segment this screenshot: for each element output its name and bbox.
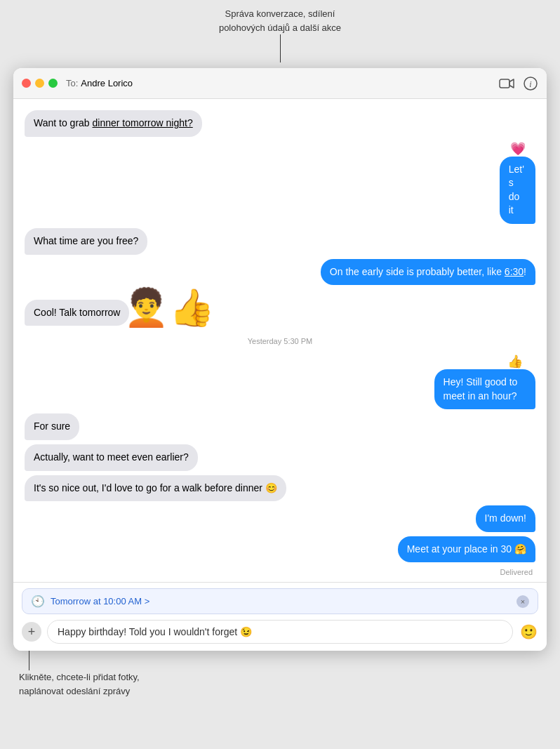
svg-text:i: i bbox=[529, 79, 531, 88]
sticker-wrapper-5: Cool! Talk tomorrow 🧑‍🦱👍 bbox=[25, 289, 215, 326]
message-row-9: It's so nice out, I'd love to go for a w… bbox=[25, 475, 535, 502]
message-row-5: Cool! Talk tomorrow 🧑‍🦱👍 bbox=[25, 289, 535, 326]
message-row-3: What time are you free? bbox=[25, 228, 535, 255]
titlebar-actions: i bbox=[499, 76, 538, 91]
bubble-9: It's so nice out, I'd love to go for a w… bbox=[25, 475, 286, 502]
message-row-6: 👍 Hey! Still good to meet in an hour? bbox=[25, 354, 535, 409]
timestamp-divider: Yesterday 5:30 PM bbox=[25, 337, 535, 345]
svg-rect-0 bbox=[500, 79, 509, 88]
message-input[interactable] bbox=[47, 620, 513, 644]
titlebar: To: Andre Lorico i bbox=[13, 68, 547, 99]
bubble-3: What time are you free? bbox=[25, 228, 147, 255]
bubble-4: On the early side is probably better, li… bbox=[321, 259, 535, 286]
info-button[interactable]: i bbox=[523, 76, 538, 91]
bubble-8: Actually, want to meet even earlier? bbox=[25, 444, 198, 471]
message-row-11: Meet at your place in 30 🤗 bbox=[25, 536, 535, 563]
add-button[interactable]: + bbox=[22, 622, 41, 642]
scheduled-close-button[interactable]: × bbox=[516, 595, 529, 608]
bubble-2: Let's do it bbox=[500, 157, 535, 224]
maximize-button[interactable] bbox=[48, 79, 58, 88]
reaction-wrapper-2: 💗 Let's do it bbox=[476, 141, 536, 224]
memoji-sticker: 🧑‍🦱👍 bbox=[124, 289, 215, 326]
reaction-6: 👍 bbox=[507, 354, 523, 369]
messages-area: Want to grab dinner tomorrow night? 💗 Le… bbox=[13, 99, 547, 582]
recipient-name: Andre Lorico bbox=[81, 78, 133, 88]
annotation-bottom-area: Klikněte, chcete-li přidat fotky, naplán… bbox=[13, 651, 547, 698]
minimize-button[interactable] bbox=[35, 79, 44, 88]
schedule-clock-icon: 🕙 bbox=[31, 595, 45, 608]
message-row-8: Actually, want to meet even earlier? bbox=[25, 444, 535, 471]
scheduled-bar-left: 🕙 Tomorrow at 10:00 AM > bbox=[31, 595, 149, 608]
bubble-10: I'm down! bbox=[476, 505, 535, 532]
close-button[interactable] bbox=[22, 79, 31, 88]
message-row-7: For sure bbox=[25, 413, 535, 440]
to-field: To: Andre Lorico bbox=[66, 78, 133, 88]
scheduled-bar[interactable]: 🕙 Tomorrow at 10:00 AM > × bbox=[22, 588, 538, 614]
traffic-lights bbox=[22, 79, 58, 88]
reaction-wrapper-6: 👍 Hey! Still good to meet in an hour? bbox=[366, 354, 535, 409]
scheduled-label: Tomorrow at 10:00 AM > bbox=[51, 596, 149, 607]
message-row-1: Want to grab dinner tomorrow night? bbox=[25, 110, 535, 137]
annotation-bottom-line bbox=[29, 651, 29, 670]
video-call-button[interactable] bbox=[499, 76, 514, 91]
message-row-4: On the early side is probably better, li… bbox=[25, 259, 535, 286]
compose-area: 🕙 Tomorrow at 10:00 AM > × + 🙂 bbox=[13, 582, 547, 651]
callout-line bbox=[280, 34, 281, 62]
bubble-6: Hey! Still good to meet in an hour? bbox=[434, 369, 535, 409]
message-row-2: 💗 Let's do it bbox=[25, 141, 535, 224]
bubble-5: Cool! Talk tomorrow bbox=[25, 300, 129, 326]
reaction-2: 💗 bbox=[510, 141, 526, 157]
annotation-top-text: Správa konverzace, sdílení polohových úd… bbox=[219, 7, 341, 34]
bubble-11: Meet at your place in 30 🤗 bbox=[398, 536, 535, 563]
emoji-button[interactable]: 🙂 bbox=[519, 622, 538, 642]
close-icon: × bbox=[521, 597, 525, 606]
annotation-top-callout: Správa konverzace, sdílení polohových úd… bbox=[219, 7, 341, 62]
bubble-1: Want to grab dinner tomorrow night? bbox=[25, 110, 202, 137]
plus-icon: + bbox=[28, 625, 36, 639]
annotation-bottom-text: Klikněte, chcete-li přidat fotky, naplán… bbox=[13, 670, 140, 698]
to-label: To: bbox=[66, 78, 78, 88]
message-row-10: I'm down! bbox=[25, 505, 535, 532]
bubble-7: For sure bbox=[25, 413, 79, 440]
messages-window: To: Andre Lorico i Want to grab dinn bbox=[13, 68, 547, 651]
delivered-status: Delivered bbox=[25, 568, 533, 576]
compose-row: + 🙂 bbox=[22, 620, 538, 644]
